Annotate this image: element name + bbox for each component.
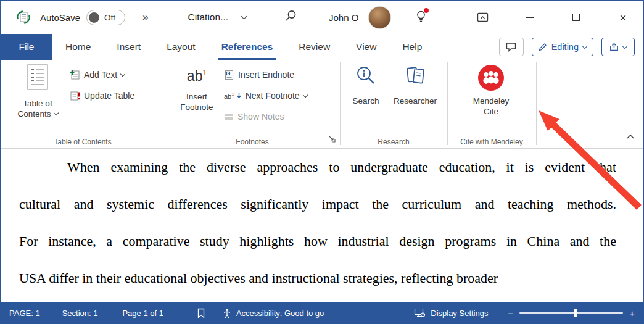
app-sync-icon (15, 9, 31, 25)
share-button[interactable] (601, 38, 635, 56)
add-text-label: Add Text (84, 70, 117, 80)
tab-references[interactable]: References (208, 34, 286, 60)
group-separator (447, 62, 448, 145)
minimize-button[interactable] (519, 7, 540, 28)
autosave-state: Off (104, 13, 115, 22)
dialog-launcher-icon (328, 135, 336, 143)
paragraph-line: For instance, a comparative study highli… (19, 223, 616, 260)
comments-button[interactable] (499, 38, 524, 56)
autosave-toggle[interactable]: Off (86, 10, 125, 25)
user-name: John O (329, 12, 358, 23)
tab-insert[interactable]: Insert (104, 34, 154, 60)
mendeley-logo-icon (478, 65, 504, 91)
close-icon: × (619, 12, 626, 23)
mendeley-line2: Cite (484, 106, 498, 117)
zoom-out-button[interactable]: − (508, 309, 513, 318)
mendeley-cite-button[interactable]: Mendeley Cite (457, 65, 525, 117)
editing-mode-button[interactable]: Editing (532, 38, 593, 56)
notification-dot-icon (424, 8, 429, 13)
insert-footnote-line1: Insert (186, 91, 207, 102)
bookmark-icon[interactable] (197, 308, 205, 318)
update-table-button[interactable]: Update Table (70, 88, 134, 103)
title-bar: AutoSave Off » Citation... John O (1, 1, 643, 34)
display-settings-button[interactable]: Display Settings (431, 309, 488, 318)
next-footnote-icon: ab1 (224, 91, 234, 100)
chevron-down-icon (622, 43, 627, 48)
maximize-button[interactable] (566, 7, 587, 28)
chevron-down-icon (582, 43, 587, 48)
collapse-ribbon-button[interactable] (626, 131, 635, 142)
tab-home[interactable]: Home (52, 34, 104, 60)
search-button[interactable]: Search (346, 65, 386, 106)
show-notes-icon (224, 112, 234, 122)
document-page[interactable]: When examining the diverse approaches to… (1, 149, 643, 304)
footnotes-dialog-launcher[interactable] (328, 134, 336, 145)
tab-review[interactable]: Review (286, 34, 343, 60)
minimize-icon (526, 17, 534, 18)
add-text-button[interactable]: Add Text (70, 67, 125, 82)
toggle-knob-icon (89, 12, 99, 23)
zoom-slider-thumb[interactable] (574, 309, 577, 317)
ribbon-tab-row: File Home Insert Layout References Revie… (1, 34, 643, 60)
insert-endnote-label: Insert Endnote (238, 70, 294, 80)
mendeley-line1: Mendeley (473, 96, 510, 106)
group-separator (340, 62, 341, 145)
group-label-toc: Table of Contents (1, 138, 165, 146)
tips-button[interactable] (416, 10, 426, 25)
status-page-number[interactable]: PAGE: 1 (9, 309, 40, 318)
document-title-wrap[interactable]: Citation... (188, 12, 246, 23)
show-notes-label: Show Notes (237, 112, 284, 122)
chevron-down-icon (53, 110, 58, 115)
quick-access-overflow-icon[interactable]: » (142, 11, 148, 23)
group-label-footnotes: Footnotes (165, 138, 340, 146)
next-footnote-label: Next Footnote (246, 91, 300, 101)
group-label-mendeley: Cite with Mendeley (447, 138, 536, 146)
toc-label-line1: Table of (23, 98, 52, 109)
status-page-count[interactable]: Page 1 of 1 (122, 309, 163, 318)
update-table-label: Update Table (84, 91, 134, 101)
autosave-label: AutoSave (40, 12, 80, 23)
search-icon[interactable] (284, 10, 297, 25)
paragraph-line: cultural and systemic differences signif… (19, 186, 616, 223)
insert-endnote-button[interactable]: Insert Endnote (224, 67, 294, 82)
editing-label: Editing (551, 42, 579, 52)
status-section[interactable]: Section: 1 (62, 309, 98, 318)
add-text-icon (70, 70, 80, 80)
next-footnote-button[interactable]: ab1 Next Footnote (224, 88, 307, 103)
researcher-icon (404, 65, 426, 88)
zoom-in-button[interactable]: + (629, 309, 635, 318)
search-label: Search (353, 96, 379, 106)
table-of-contents-icon (26, 64, 49, 91)
accessibility-status[interactable]: Accessibility: Good to go (236, 309, 324, 318)
chevron-down-icon (241, 14, 247, 20)
display-settings-icon (414, 308, 426, 318)
document-title: Citation... (188, 12, 228, 23)
group-separator (536, 62, 537, 145)
close-button[interactable]: × (613, 7, 634, 28)
tab-view[interactable]: View (343, 34, 389, 60)
researcher-button[interactable]: Researcher (388, 65, 442, 106)
pencil-icon (539, 43, 547, 51)
accessibility-icon (223, 308, 231, 318)
chevron-down-icon (120, 71, 125, 76)
ribbon-references: Table of Contents Add Text (1, 60, 643, 149)
share-icon (609, 43, 619, 51)
insert-footnote-button[interactable]: ab1 Insert Footnote (175, 65, 219, 112)
chevron-up-icon (626, 134, 635, 139)
tab-help[interactable]: Help (389, 34, 435, 60)
search-magnifier-icon (355, 65, 377, 88)
show-notes-button: Show Notes (224, 109, 284, 124)
paragraph-line: USA differ in their educational objectiv… (19, 260, 616, 297)
chevron-down-icon (302, 92, 307, 97)
tab-file[interactable]: File (1, 34, 52, 60)
group-separator (165, 62, 165, 145)
tab-layout[interactable]: Layout (154, 34, 208, 60)
ribbon-display-options-icon (477, 12, 489, 23)
avatar[interactable] (368, 6, 391, 29)
zoom-slider[interactable] (519, 312, 623, 314)
ribbon-display-options-button[interactable] (472, 7, 493, 28)
toc-label-line2: Contents (17, 109, 51, 119)
table-of-contents-button[interactable]: Table of Contents (8, 64, 67, 119)
update-table-icon (70, 91, 80, 101)
comment-icon (506, 42, 516, 52)
